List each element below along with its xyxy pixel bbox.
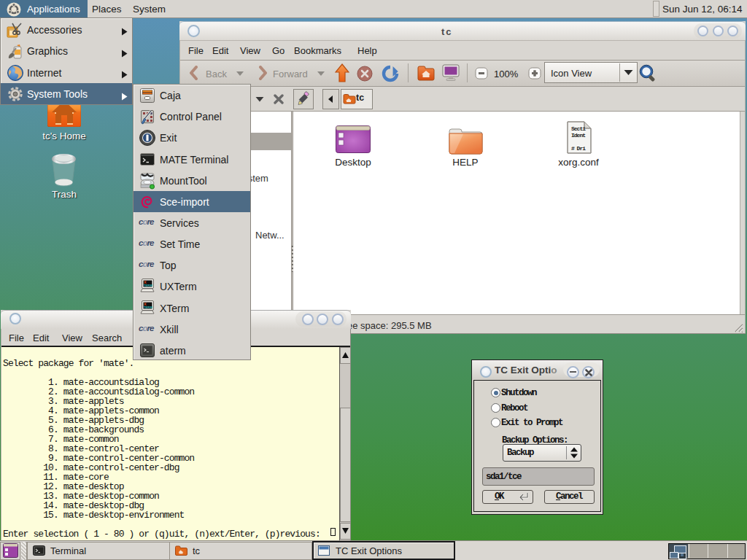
svg-text:TERM: TERM: [144, 284, 152, 287]
svg-text:TERM: TERM: [144, 306, 152, 309]
